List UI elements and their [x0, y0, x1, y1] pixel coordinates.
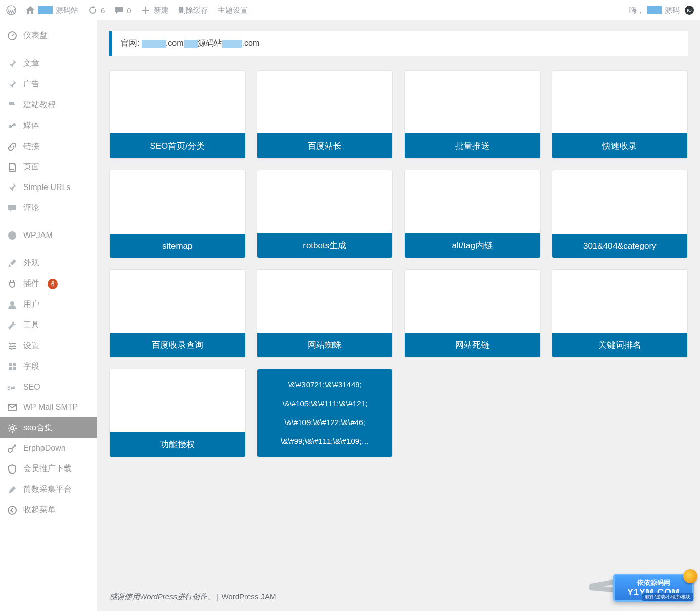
- magnifier-icon: [683, 569, 697, 583]
- menu-item-外观[interactable]: 外观: [0, 253, 97, 273]
- menu-item-label: 链接: [23, 141, 39, 152]
- updates[interactable]: 6: [88, 5, 105, 15]
- menu-item-插件[interactable]: 插件6: [0, 273, 97, 294]
- new-content[interactable]: 新建: [141, 5, 169, 15]
- menu-item-seo合集[interactable]: seo合集: [0, 417, 97, 438]
- feature-card[interactable]: sitemap: [109, 170, 246, 258]
- pen-icon: [7, 485, 17, 495]
- plug-icon: [7, 279, 17, 289]
- card-line: \&\#99;\&\#111;\&\#109;…: [261, 436, 389, 447]
- plus-icon: [141, 5, 151, 15]
- refresh-icon: [88, 5, 98, 15]
- menu-item-seo[interactable]: SEO: [0, 377, 97, 397]
- feature-card[interactable]: rotbots生成: [257, 170, 393, 258]
- footer-jam[interactable]: WordPress JAM: [221, 592, 276, 601]
- card-label: 批量推送: [405, 133, 540, 158]
- wp-logo[interactable]: [6, 5, 16, 15]
- card-grid: SEO首页/分类百度站长批量推送快速收录sitemaprotbots生成alt/…: [109, 70, 688, 457]
- feature-card[interactable]: 关键词排名: [552, 269, 688, 358]
- card-line: \&\#30721;\&\#31449;: [261, 379, 389, 391]
- card-label: 功能授权: [110, 432, 245, 457]
- card-body: [405, 170, 540, 233]
- feature-card[interactable]: alt/tag内链: [404, 170, 541, 258]
- notice-mid2: 源码站: [198, 39, 222, 48]
- menu-item-建站教程[interactable]: 建站教程: [0, 95, 97, 115]
- feature-card[interactable]: 百度收录查询: [109, 269, 246, 358]
- feature-card[interactable]: 百度站长: [257, 70, 393, 159]
- menu-item-文章[interactable]: 文章: [0, 53, 97, 74]
- menu-item-label: 设置: [23, 341, 39, 351]
- menu-item-label: 用户: [23, 299, 39, 310]
- card-body: [110, 170, 245, 234]
- greeting[interactable]: 嗨，源码: [629, 6, 680, 15]
- grid-icon: [7, 362, 17, 372]
- menu-item-链接[interactable]: 链接: [0, 136, 97, 157]
- card-body: [110, 270, 245, 333]
- feature-card[interactable]: 快速收录: [552, 70, 688, 159]
- feature-card[interactable]: 功能授权: [109, 369, 246, 457]
- watermark: 依依源码网 Y1YM.COM 软件/游戏/小程序/模块: [613, 574, 694, 602]
- menu-item-仪表盘[interactable]: 仪表盘: [0, 25, 97, 46]
- card-body: [552, 170, 688, 234]
- card-label: 关键词排名: [552, 333, 688, 357]
- brush-icon: [7, 258, 17, 268]
- redacted-text: [222, 40, 242, 48]
- menu-item-label: 简数采集平台: [23, 484, 72, 495]
- card-line: \&\#109;\&\#122;\&\#46;: [261, 417, 389, 429]
- redacted-text: [38, 6, 53, 14]
- update-badge: 6: [48, 279, 58, 289]
- shield-icon: [7, 464, 17, 474]
- flag-icon: [7, 100, 17, 110]
- menu-item-simple-urls[interactable]: Simple URLs: [0, 177, 97, 198]
- feature-card[interactable]: 301&404&category: [552, 170, 688, 258]
- menu-item-广告[interactable]: 广告: [0, 74, 97, 95]
- menu-item-label: Simple URLs: [23, 183, 70, 192]
- feature-card[interactable]: 网站蜘蛛: [257, 269, 393, 358]
- wpjam-icon: [7, 230, 17, 241]
- card-content: \&\#30721;\&\#31449;\&\#105;\&\#111;\&\#…: [257, 369, 393, 457]
- menu-item-工具[interactable]: 工具: [0, 315, 97, 336]
- menu-item-字段[interactable]: 字段: [0, 356, 97, 377]
- menu-item-评论[interactable]: 评论: [0, 198, 97, 218]
- menu-item-label: SEO: [23, 383, 40, 392]
- menu-item-label: 外观: [23, 258, 39, 268]
- watermark-sub: 软件/游戏/小程序/模块: [642, 593, 693, 601]
- feature-card[interactable]: 批量推送: [404, 70, 541, 159]
- card-label: 百度收录查询: [110, 333, 245, 357]
- clear-cache[interactable]: 删除缓存: [178, 6, 208, 15]
- menu-item-erphpdown[interactable]: ErphpDown: [0, 438, 97, 458]
- pin-icon: [7, 182, 17, 193]
- footer-thanks: 感谢使用WordPress进行创作。: [109, 592, 217, 601]
- watermark-line1: 依依源码网: [637, 578, 670, 587]
- menu-item-label: WP Mail SMTP: [23, 403, 78, 412]
- comments[interactable]: 0: [114, 5, 131, 15]
- feature-card[interactable]: \&\#30721;\&\#31449;\&\#105;\&\#111;\&\#…: [257, 369, 393, 457]
- feature-card[interactable]: SEO首页/分类: [109, 70, 246, 159]
- theme-settings[interactable]: 主题设置: [217, 6, 248, 15]
- mail-icon: [7, 402, 17, 412]
- menu-separator: [0, 218, 97, 225]
- menu-item-wpjam[interactable]: WPJAM: [0, 225, 97, 246]
- card-body: [257, 170, 393, 233]
- card-line: \&\#105;\&\#111;\&\#121;: [261, 398, 389, 410]
- menu-item-wp-mail-smtp[interactable]: WP Mail SMTP: [0, 397, 97, 417]
- menu-item-label: 收起菜单: [23, 505, 56, 515]
- content-area: 官网: .com源码站.com SEO首页/分类百度站长批量推送快速收录site…: [97, 20, 700, 611]
- feature-card[interactable]: 网站死链: [404, 269, 541, 358]
- menu-item-label: 文章: [23, 58, 39, 69]
- avatar-badge[interactable]: IO: [685, 6, 694, 15]
- notice-mid1: .com: [166, 39, 184, 48]
- menu-item-收起菜单[interactable]: 收起菜单: [0, 500, 97, 521]
- site-name[interactable]: 源码站: [25, 5, 78, 15]
- menu-item-媒体[interactable]: 媒体: [0, 115, 97, 136]
- comments-count: 0: [127, 6, 131, 15]
- menu-item-会员推广下载[interactable]: 会员推广下载: [0, 458, 97, 479]
- menu-item-页面[interactable]: 页面: [0, 157, 97, 177]
- notice-suffix: .com: [242, 39, 260, 48]
- menu-item-设置[interactable]: 设置: [0, 336, 97, 356]
- menu-item-简数采集平台[interactable]: 简数采集平台: [0, 479, 97, 500]
- card-body: [552, 270, 688, 333]
- card-label: 网站蜘蛛: [257, 333, 393, 357]
- card-label: SEO首页/分类: [110, 133, 245, 158]
- menu-item-用户[interactable]: 用户: [0, 294, 97, 315]
